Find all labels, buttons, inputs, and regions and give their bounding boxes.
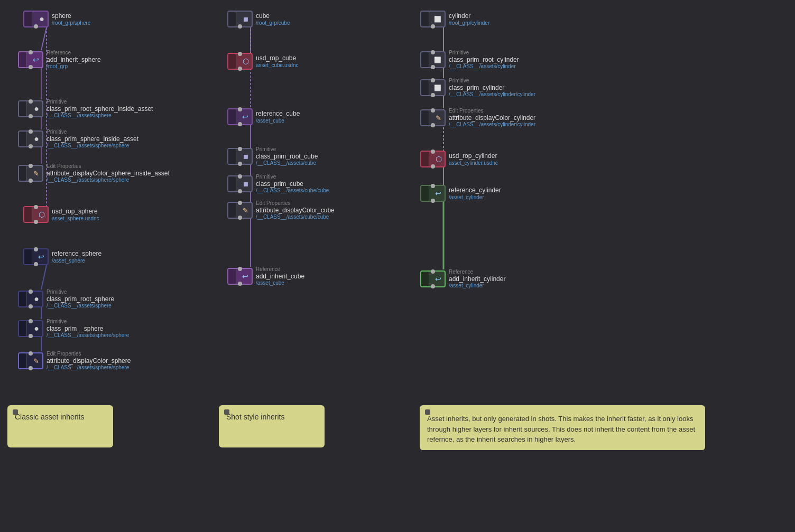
name4: usd_rop_sphere [52, 208, 99, 215]
path-cube: /root_grp/cube [256, 21, 290, 26]
node-reference-cylinder[interactable]: reference_cylinder /asset_cylinder [420, 185, 501, 202]
node-usd-rop-cylinder[interactable]: usd_rop_cylinder asset_cylinder.usdnc [420, 151, 498, 167]
node-attr-display-sphere[interactable]: Edit Properties attribute_displayColor_s… [18, 351, 131, 370]
name-crc: class_prim_root_cube [256, 153, 318, 160]
legend-classic-asset-label: Classic asset inherits [15, 413, 106, 421]
cat-crc: Primitive [256, 147, 318, 152]
path7: /__CLASS__/assets/sphere/sphere [47, 333, 129, 338]
path-cc: /__CLASS__/assets/cube/cube [256, 188, 329, 193]
node-class-prim-cube[interactable]: Primitive class_prim_cube /__CLASS__/ass… [227, 174, 329, 193]
node-class-prim-root-sphere-inside[interactable]: Primitive class_prim_root_sphere_inside_… [18, 99, 153, 118]
cat-adc: Edit Properties [256, 201, 335, 206]
path-aic: /asset_cube [256, 281, 304, 286]
cat8: Edit Properties [47, 351, 131, 357]
legend-dot-1 [13, 409, 18, 415]
path-cylinder: /root_grp/cylinder [449, 21, 489, 26]
node-reference-sphere[interactable]: reference_sphere /asset_sphere [23, 248, 101, 265]
path6: /__CLASS__/assets/sphere [47, 303, 114, 309]
name6: class_prim_root_sphere [47, 295, 114, 303]
node-class-prim-sphere[interactable]: Primitive class_prim__sphere /__CLASS__/… [18, 319, 129, 338]
name2: class_prim_sphere_inside_asset [47, 135, 138, 143]
node-class-prim-root-cube[interactable]: Primitive class_prim_root_cube /__CLASS_… [227, 147, 318, 166]
path-adc: /__CLASS__/assets/cube/cube [256, 214, 335, 220]
name5: reference_sphere [52, 250, 101, 257]
node-class-prim-root-sphere[interactable]: Primitive class_prim_root_sphere /__CLAS… [18, 290, 114, 309]
legend-area: Classic asset inherits Shot style inheri… [0, 400, 795, 530]
path-adcyl: /__CLASS__/assets/cylinder/cylinder [449, 122, 535, 127]
cat2: Primitive [47, 129, 138, 135]
node-add-inherit-sphere[interactable]: Reference add_inherit_sphere /root_grp [18, 50, 101, 69]
name7: class_prim__sphere [47, 325, 129, 332]
name-adcyl: attribute_displayColor_cylinder [449, 114, 535, 122]
name-cube: cube [256, 12, 290, 20]
path5: /asset_sphere [52, 258, 101, 264]
node-add-inherit-sphere-path: /root_grp [47, 64, 101, 69]
legend-shot-style: Shot style inherits [219, 405, 325, 447]
legend-classic-asset: Classic asset inherits [7, 405, 113, 447]
node-attr-display-sphere-inside[interactable]: Edit Properties attribute_displayColor_s… [18, 164, 170, 183]
name-aic2: add_inherit_cylinder [449, 275, 505, 283]
name-urc: usd_rop_cylinder [449, 152, 498, 160]
path-urc: asset_cylinder.usdnc [449, 161, 498, 166]
cat-cpc: Primitive [449, 78, 535, 83]
node-attr-display-cube[interactable]: Edit Properties attribute_displayColor_c… [227, 201, 335, 220]
node-cylinder[interactable]: cylinder /root_grp/cylinder [420, 11, 489, 27]
node-usd-rop-cube[interactable]: usd_rop_cube asset_cube.usdnc [227, 53, 299, 70]
name-cpc: class_prim_cylinder [449, 84, 535, 91]
cat-aic2: Reference [449, 269, 505, 275]
cat-adcyl: Edit Properties [449, 108, 535, 114]
path-cpc: /__CLASS__/assets/cylinder/cylinder [449, 92, 535, 97]
name-usd-cube: usd_rop_cube [256, 54, 299, 62]
name-adc: attribute_displayColor_cube [256, 207, 335, 214]
name3: attribute_displayColor_sphere_inside_ass… [47, 170, 170, 177]
name-cprc: class_prim_root_cylinder [449, 56, 519, 63]
name-cc: class_prim_cube [256, 180, 329, 188]
cat-cprc: Primitive [449, 50, 519, 55]
cat-aic: Reference [256, 267, 304, 272]
node-add-inherit-sphere-cat: Reference [47, 50, 101, 55]
svg-line-0 [41, 27, 47, 50]
node-class-prim-sphere-inside[interactable]: Primitive class_prim_sphere_inside_asset… [18, 129, 138, 148]
legend-dot-2 [224, 409, 229, 415]
node-sphere-path: /root_grp/sphere [52, 21, 90, 26]
legend-shot-style-label: Shot style inherits [226, 413, 317, 421]
node-usd-rop-sphere[interactable]: usd_rop_sphere asset_sphere.usdnc [23, 206, 99, 223]
svg-line-5 [41, 265, 47, 290]
node-add-inherit-sphere-name: add_inherit_sphere [47, 56, 101, 63]
name-ref-cube: reference_cube [256, 110, 300, 117]
cat7: Primitive [47, 319, 129, 324]
node-sphere[interactable]: sphere /root_grp/sphere [23, 11, 90, 27]
connections-svg [0, 0, 795, 402]
path-cprc: /__CLASS__/assets/cylinder [449, 64, 519, 69]
cat6: Primitive [47, 290, 114, 295]
legend-asset-shot-text: Asset inherits, but only generated in sh… [427, 414, 698, 445]
node-class-prim-cylinder[interactable]: Primitive class_prim_cylinder /__CLASS__… [420, 78, 535, 97]
cat3: Edit Properties [47, 164, 170, 169]
name-cylinder: cylinder [449, 12, 489, 20]
name-aic: add_inherit_cube [256, 273, 304, 280]
node-attr-display-cylinder[interactable]: Edit Properties attribute_displayColor_c… [420, 108, 535, 127]
node-reference-cube[interactable]: reference_cube /asset_cube [227, 108, 300, 125]
path-rc: /asset_cylinder [449, 195, 501, 200]
path2: /__CLASS__/assets/sphere/sphere [47, 143, 138, 148]
node-add-inherit-cube[interactable]: Reference add_inherit_cube /asset_cube [227, 267, 304, 286]
cat1: Primitive [47, 99, 153, 105]
node-add-inherit-cylinder[interactable]: Reference add_inherit_cylinder /asset_cy… [420, 269, 505, 288]
legend-asset-shot-inherits: Asset inherits, but only generated in sh… [420, 405, 705, 450]
path3: /__CLASS__/assets/sphere/sphere [47, 178, 170, 183]
node-class-prim-root-cylinder[interactable]: Primitive class_prim_root_cylinder /__CL… [420, 50, 519, 69]
name-rc: reference_cylinder [449, 186, 501, 194]
path-aic2: /asset_cylinder [449, 283, 505, 288]
name1: class_prim_root_sphere_inside_asset [47, 105, 153, 113]
path8: /__CLASS__/assets/sphere/sphere [47, 365, 131, 370]
cat-cc: Primitive [256, 174, 329, 180]
path1: /__CLASS__/assets/sphere [47, 113, 153, 118]
path-crc: /__CLASS__/assets/cube [256, 161, 318, 166]
path-ref-cube: /asset_cube [256, 118, 300, 124]
legend-dot-3 [425, 409, 430, 415]
name8: attribute_displayColor_sphere [47, 357, 131, 365]
path-usd-cube: asset_cube.usdnc [256, 63, 299, 68]
node-sphere-name: sphere [52, 12, 90, 20]
node-canvas: sphere /root_grp/sphere Reference add_in… [0, 0, 795, 402]
node-cube[interactable]: cube /root_grp/cube [227, 11, 290, 27]
